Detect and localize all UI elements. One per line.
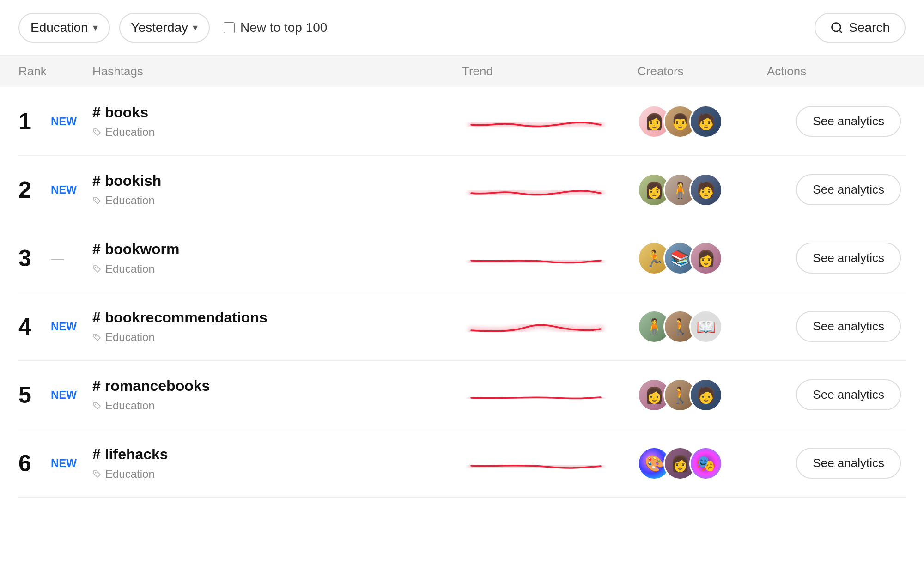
table-row: 2 NEW # bookish Education <box>18 156 906 224</box>
rank-number: 1 <box>18 108 42 135</box>
rank-badge-new: NEW <box>51 183 77 196</box>
see-analytics-button[interactable]: See analytics <box>796 448 901 479</box>
table-row: 6 NEW # lifehacks Education <box>18 429 906 498</box>
avatar: 🎭 <box>689 447 723 480</box>
avatar: 👩 <box>689 242 723 275</box>
svg-line-1 <box>839 30 842 32</box>
creator-avatars: 🧍 🚶 📖 <box>638 310 723 343</box>
hashtag-category: Education <box>92 126 462 139</box>
avatar: 🧑 <box>689 173 723 207</box>
tag-icon <box>92 333 102 342</box>
tag-icon <box>92 128 102 137</box>
creators-cell: 🎨 👩 🎭 <box>638 447 767 480</box>
category-text: Education <box>105 468 155 481</box>
hashtag-cell: # lifehacks Education <box>92 446 462 481</box>
creator-avatars: 👩 🚶 🧑 <box>638 378 723 412</box>
search-button[interactable]: Search <box>815 13 906 43</box>
hashtag-cell: # books Education <box>92 104 462 139</box>
search-icon <box>830 21 843 34</box>
trend-cell <box>462 447 638 480</box>
creator-avatars: 🏃 📚 👩 <box>638 242 723 275</box>
svg-point-4 <box>95 267 96 268</box>
rank-badge-new: NEW <box>51 115 77 128</box>
rank-cell: 1 NEW <box>18 108 92 135</box>
hashtag-name: # romancebooks <box>92 377 462 395</box>
hashtag-category: Education <box>92 331 462 344</box>
header-trend: Trend <box>462 64 638 79</box>
new-to-top100-label[interactable]: New to top 100 <box>224 20 327 35</box>
tag-icon <box>92 401 102 410</box>
hashtag-name: # bookrecommendations <box>92 309 462 326</box>
table-row: 1 NEW # books Education <box>18 87 906 156</box>
trend-cell <box>462 379 638 411</box>
table-row: 3 — # bookworm Education <box>18 224 906 292</box>
avatar: 📖 <box>689 310 723 343</box>
header-hashtags: Hashtags <box>92 64 462 79</box>
hashtag-name: # bookish <box>92 172 462 189</box>
header-creators: Creators <box>638 64 767 79</box>
hashtag-cell: # romancebooks Education <box>92 377 462 412</box>
hashtag-cell: # bookish Education <box>92 172 462 207</box>
see-analytics-button[interactable]: See analytics <box>796 243 901 274</box>
svg-point-2 <box>95 130 96 131</box>
search-label: Search <box>849 20 890 35</box>
creator-avatars: 🎨 👩 🎭 <box>638 447 723 480</box>
table-header: Rank Hashtags Trend Creators Actions <box>0 55 924 87</box>
hashtag-name: # bookworm <box>92 241 462 258</box>
actions-cell: See analytics <box>767 311 906 342</box>
creators-cell: 👩 👨 🧑 <box>638 105 767 138</box>
category-chevron: ▾ <box>93 22 98 34</box>
tag-icon <box>92 469 102 479</box>
category-text: Education <box>105 126 155 139</box>
see-analytics-button[interactable]: See analytics <box>796 174 901 205</box>
svg-point-6 <box>95 404 96 405</box>
trend-cell <box>462 242 638 274</box>
hashtag-name: # lifehacks <box>92 446 462 463</box>
hashtag-category: Education <box>92 194 462 207</box>
table-row: 4 NEW # bookrecommendations Education <box>18 292 906 361</box>
hashtag-cell: # bookrecommendations Education <box>92 309 462 344</box>
creator-avatars: 👩 🧍 🧑 <box>638 173 723 207</box>
new-to-top100-text: New to top 100 <box>240 20 327 35</box>
hashtag-cell: # bookworm Education <box>92 241 462 275</box>
rank-number: 5 <box>18 382 42 408</box>
creators-cell: 👩 🚶 🧑 <box>638 378 767 412</box>
see-analytics-button[interactable]: See analytics <box>796 106 901 137</box>
rank-badge-new: NEW <box>51 389 77 402</box>
category-dropdown[interactable]: Education ▾ <box>18 13 110 43</box>
rank-cell: 4 NEW <box>18 313 92 340</box>
category-text: Education <box>105 194 155 207</box>
avatar: 🧑 <box>689 105 723 138</box>
date-chevron: ▾ <box>193 22 198 34</box>
category-text: Education <box>105 331 155 344</box>
rank-number: 4 <box>18 313 42 340</box>
category-text: Education <box>105 262 155 275</box>
svg-point-7 <box>95 472 96 473</box>
svg-point-3 <box>95 199 96 200</box>
creators-cell: 🏃 📚 👩 <box>638 242 767 275</box>
see-analytics-button[interactable]: See analytics <box>796 379 901 410</box>
actions-cell: See analytics <box>767 243 906 274</box>
category-text: Education <box>105 399 155 412</box>
tag-icon <box>92 264 102 274</box>
rank-badge-new: NEW <box>51 457 77 470</box>
rank-cell: 5 NEW <box>18 382 92 408</box>
date-label: Yesterday <box>131 20 188 35</box>
trend-cell <box>462 105 638 138</box>
tag-icon <box>92 196 102 205</box>
table-body: 1 NEW # books Education <box>0 87 924 498</box>
creators-cell: 🧍 🚶 📖 <box>638 310 767 343</box>
rank-badge-dash: — <box>51 251 64 266</box>
rank-cell: 3 — <box>18 245 92 272</box>
category-label: Education <box>30 20 88 35</box>
new-to-top100-checkbox[interactable] <box>224 22 235 33</box>
actions-cell: See analytics <box>767 448 906 479</box>
creators-cell: 👩 🧍 🧑 <box>638 173 767 207</box>
actions-cell: See analytics <box>767 106 906 137</box>
rank-badge-new: NEW <box>51 320 77 333</box>
date-dropdown[interactable]: Yesterday ▾ <box>119 13 210 43</box>
header-rank: Rank <box>18 64 92 79</box>
rank-cell: 6 NEW <box>18 450 92 477</box>
hashtag-category: Education <box>92 399 462 412</box>
see-analytics-button[interactable]: See analytics <box>796 311 901 342</box>
